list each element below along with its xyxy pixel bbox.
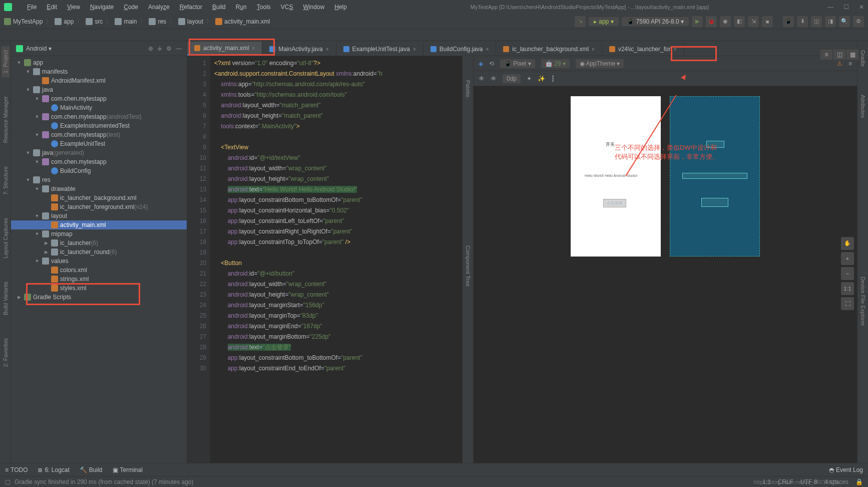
tree-node[interactable]: ExampleInstrumentedTest	[11, 121, 187, 130]
bottom-tab-build[interactable]: 🔨 Build	[80, 466, 103, 473]
settings-icon[interactable]: ⚙	[853, 16, 864, 27]
tree-node[interactable]: ▼com.chen.mytestapp	[11, 94, 187, 103]
design-view-icon[interactable]: ▦	[846, 50, 858, 60]
side-tab-build-variants[interactable]: Build Variants	[2, 278, 10, 319]
tree-node[interactable]: activity_main.xml	[11, 220, 187, 229]
infer-icon[interactable]: ✦	[527, 75, 532, 82]
tree-node[interactable]: ic_launcher_background.xml	[11, 193, 187, 202]
status-lock-icon[interactable]: 🔒	[855, 478, 863, 485]
tree-node[interactable]: colors.xml	[11, 266, 187, 275]
api-picker[interactable]: 🤖 29 ▾	[541, 59, 570, 68]
locate-icon[interactable]: ⊕	[148, 45, 153, 52]
sdk-icon[interactable]: ⬇	[797, 16, 808, 27]
minimize-panel-icon[interactable]: —	[176, 45, 182, 52]
code-editor-pane[interactable]: 1234567891011121314151617181920212223242…	[187, 56, 463, 463]
search-icon[interactable]: 🔍	[839, 16, 850, 27]
avd-icon[interactable]: 📱	[783, 16, 794, 27]
gear-icon[interactable]: ⚙	[166, 45, 172, 52]
preview-switch[interactable]: 开关	[606, 141, 615, 148]
minimize-icon[interactable]: —	[827, 4, 833, 11]
debug-icon[interactable]: 🐞	[706, 16, 717, 27]
project-tree[interactable]: ▼app▼manifestsAndroidManifest.xml▼java▼c…	[11, 56, 187, 463]
theme-picker[interactable]: ◉ AppTheme ▾	[576, 59, 624, 68]
tree-node[interactable]: ▶ic_launcher (6)	[11, 238, 187, 248]
preview-button[interactable]: 点击登录	[603, 199, 626, 207]
split-view-icon[interactable]: ◫	[833, 50, 845, 60]
guideline-icon[interactable]: ┇	[551, 75, 555, 82]
tree-node[interactable]: ▼drawable	[11, 184, 187, 193]
side-tab-resource-manager[interactable]: Resource Manager	[2, 92, 10, 147]
event-log[interactable]: ◓ Event Log	[829, 466, 863, 473]
breadcrumb-item[interactable]: MyTestApp	[4, 18, 43, 25]
tree-node[interactable]: ▼java	[11, 85, 187, 94]
tree-node[interactable]: BuildConfig	[11, 166, 187, 175]
breadcrumb-item[interactable]: layout	[178, 18, 203, 25]
bottom-tab-terminal[interactable]: ▣ Terminal	[113, 466, 143, 473]
resource-icon[interactable]: ◨	[825, 16, 836, 27]
side-tab-favorites[interactable]: 2: Favorites	[2, 334, 10, 371]
tree-node[interactable]: ▼com.chen.mytestapp (androidTest)	[11, 112, 187, 121]
device-selector[interactable]: 📱 7590 API 26-8.0 ▾	[622, 17, 689, 26]
menu-vcs[interactable]: VCS	[276, 3, 298, 12]
tree-node[interactable]: ExampleUnitTest	[11, 139, 187, 148]
menu-run[interactable]: Run	[231, 3, 252, 12]
bottom-tab-logcat[interactable]: ≣ 6: Logcat	[38, 466, 69, 473]
tree-node[interactable]: ▼app	[11, 58, 187, 67]
status-square-icon[interactable]: ▢	[5, 478, 11, 485]
tree-node[interactable]: ▼layout	[11, 211, 187, 220]
side-tab-palette[interactable]: Palette	[464, 76, 472, 101]
coverage-icon[interactable]: ◧	[734, 16, 745, 27]
tree-node[interactable]: strings.xml	[11, 275, 187, 284]
breadcrumb-item[interactable]: activity_main.xml	[215, 18, 270, 25]
pan-icon[interactable]: ✋	[841, 237, 854, 250]
menu-help[interactable]: Help	[329, 3, 352, 12]
menu-tools[interactable]: Tools	[252, 3, 276, 12]
view-toggle-icon[interactable]: 👁	[479, 75, 485, 82]
code-content[interactable]: <?xml version="1.0" encoding="utf-8"?><a…	[210, 56, 462, 463]
sync-icon[interactable]: ↘	[575, 16, 586, 27]
tree-node[interactable]: ▼com.chen.mytestapp	[11, 157, 187, 166]
bottom-tab-todo[interactable]: ≡ TODO	[5, 466, 28, 473]
blueprint-toggle-icon[interactable]: 👁	[491, 75, 497, 82]
menu-file[interactable]: File	[22, 3, 42, 12]
collapse-icon[interactable]: ≑	[157, 45, 162, 52]
breadcrumb-item[interactable]: app	[55, 18, 74, 25]
surface-icon[interactable]: ◈	[479, 60, 483, 67]
menu-code[interactable]: Code	[119, 3, 143, 12]
side-tab-component-tree[interactable]: Component Tree	[464, 241, 472, 291]
zoom-fit-icon[interactable]: 1:1	[841, 282, 854, 295]
profile-icon[interactable]: ◉	[720, 16, 731, 27]
side-tab-device-file-explorer[interactable]: Device File Explorer	[859, 273, 867, 330]
tree-node[interactable]: ▼values	[11, 257, 187, 266]
menu-edit[interactable]: Edit	[42, 3, 62, 12]
side-tab-project[interactable]: 1: Project	[2, 46, 10, 77]
tree-node[interactable]: ▼mipmap	[11, 229, 187, 238]
blueprint-preview[interactable]	[670, 96, 760, 257]
zoom-out-icon[interactable]: −	[841, 267, 854, 280]
menu-build[interactable]: Build	[207, 3, 231, 12]
run-config-selector[interactable]: ▸ app ▾	[589, 17, 619, 26]
tree-node[interactable]: ▶ic_launcher_round (6)	[11, 248, 187, 257]
maximize-icon[interactable]: ☐	[843, 4, 849, 11]
editor-tab[interactable]: BuildConfig.java×	[423, 43, 497, 56]
menu-window[interactable]: Window	[298, 3, 329, 12]
close-icon[interactable]: ✕	[859, 4, 864, 11]
structure-icon[interactable]: ◫	[811, 16, 822, 27]
tree-node[interactable]: ic_launcher_foreground.xml (v24)	[11, 202, 187, 211]
breadcrumb-item[interactable]: main	[115, 18, 137, 25]
menu-view[interactable]: View	[62, 3, 85, 12]
editor-tab[interactable]: ic_launcher_background.xml×	[496, 43, 602, 56]
tree-node[interactable]: ▼manifests	[11, 67, 187, 76]
design-canvas[interactable]: 开关 Hello World! Hello Android Studio! 点击…	[474, 86, 857, 463]
preview-textview[interactable]: Hello World! Hello Android Studio!	[585, 174, 637, 177]
menu-refactor[interactable]: Refactor	[175, 3, 207, 12]
tree-node[interactable]: MainActivity	[11, 103, 187, 112]
side-tab-layout-captures[interactable]: Layout Captures	[2, 214, 10, 263]
breadcrumb-item[interactable]: src	[86, 18, 103, 25]
side-tab-structure[interactable]: 7: Structure	[2, 162, 10, 199]
breadcrumb-item[interactable]: res	[149, 18, 166, 25]
tree-node[interactable]: ▼java (generated)	[11, 148, 187, 157]
menu-analyze[interactable]: Analyze	[143, 3, 175, 12]
tree-node[interactable]: ▼res	[11, 175, 187, 184]
project-view-selector[interactable]: Android ▾	[26, 45, 148, 52]
